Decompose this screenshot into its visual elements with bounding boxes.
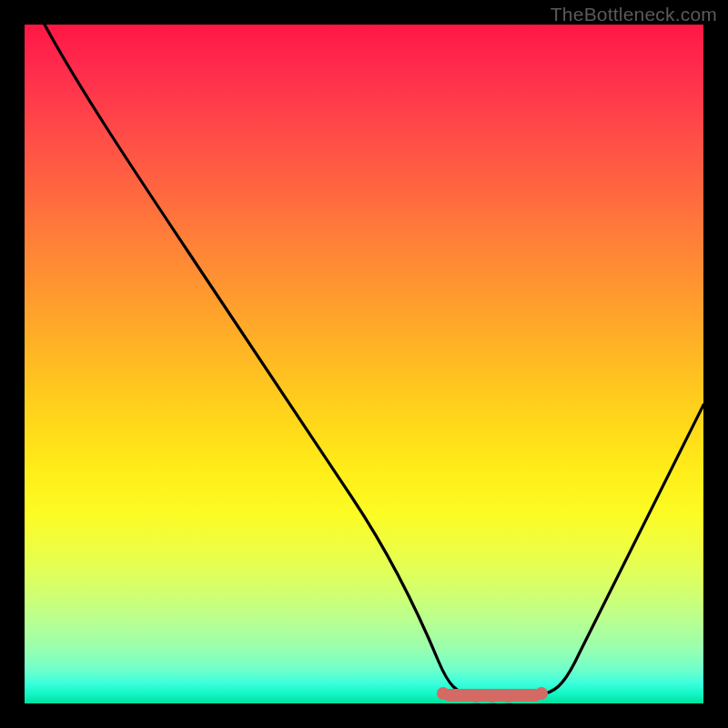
optimal-band [437,687,548,703]
chart-frame: TheBottleneck.com [0,0,728,728]
plot-area [25,25,703,703]
svg-rect-7 [443,689,541,702]
curve-layer [25,25,703,703]
watermark-text: TheBottleneck.com [551,4,717,25]
bottleneck-curve [45,25,703,695]
